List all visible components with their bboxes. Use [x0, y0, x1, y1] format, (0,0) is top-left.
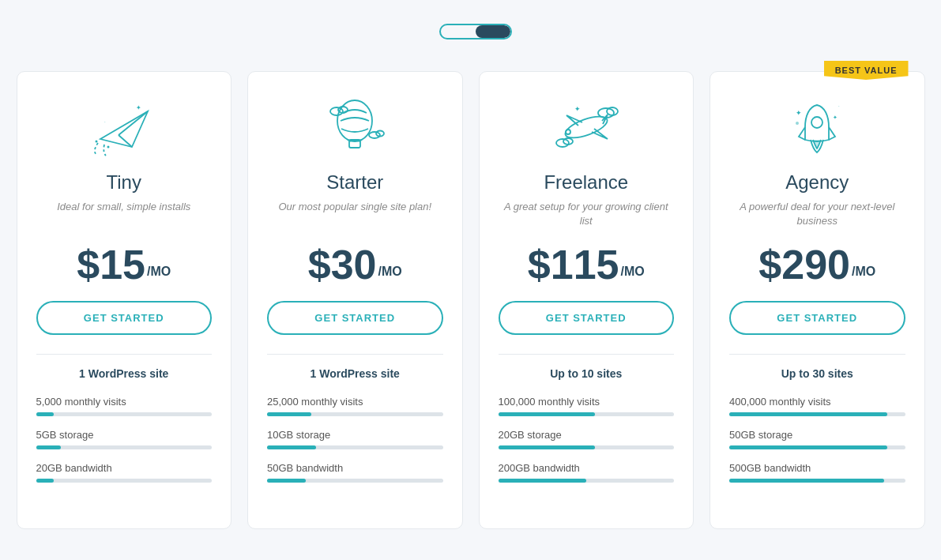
svg-point-20 — [556, 139, 569, 147]
plan-card-freelance: ✦ Freelance A great setup for your growi… — [479, 71, 694, 529]
svg-point-23 — [811, 117, 822, 128]
feature-row-starter-0: 25,000 monthly visits — [267, 396, 443, 416]
get-started-button-agency[interactable]: GET STARTED — [729, 301, 905, 335]
progress-bar-fill — [729, 412, 887, 416]
svg-point-19 — [607, 107, 618, 115]
price-amount-freelance: $115 — [528, 244, 619, 285]
feature-row-tiny-0: 5,000 monthly visits — [36, 396, 213, 416]
progress-bar-fill — [267, 479, 306, 483]
get-started-button-freelance[interactable]: GET STARTED — [499, 301, 675, 335]
sites-label-agency: Up to 30 sites — [781, 367, 853, 380]
progress-bar-bg — [36, 445, 213, 449]
feature-label: 100,000 monthly visits — [499, 396, 675, 408]
progress-bar-fill — [36, 412, 54, 416]
sites-label-freelance: Up to 10 sites — [550, 367, 622, 380]
divider-tiny — [36, 354, 213, 355]
progress-bar-bg — [729, 445, 905, 449]
feature-label: 20GB storage — [499, 429, 675, 441]
progress-bar-bg — [499, 445, 675, 449]
feature-label: 5GB storage — [36, 429, 213, 441]
feature-row-tiny-1: 5GB storage — [36, 429, 213, 449]
progress-bar-fill — [36, 445, 61, 449]
plan-price-tiny: $15 /MO — [77, 244, 171, 285]
plan-icon-agency: ✦ ✦ · — [781, 96, 853, 159]
feature-row-agency-2: 500GB bandwidth — [729, 462, 905, 483]
feature-label: 10GB storage — [267, 429, 443, 441]
svg-text:✦: ✦ — [833, 115, 837, 120]
svg-text:✦: ✦ — [136, 104, 141, 111]
progress-bar-bg — [729, 412, 905, 416]
billing-toggle-section — [430, 24, 512, 39]
progress-bar-bg — [36, 412, 213, 416]
progress-bar-fill — [36, 479, 54, 483]
plan-card-tiny: ✦ · Tiny Ideal for small, simple install… — [17, 71, 232, 529]
plan-name-freelance: Freelance — [544, 171, 628, 194]
feature-row-freelance-2: 200GB bandwidth — [499, 462, 675, 483]
feature-label: 5,000 monthly visits — [36, 396, 213, 408]
annually-button[interactable] — [441, 25, 476, 38]
progress-bar-bg — [36, 479, 213, 483]
divider-agency — [729, 354, 905, 355]
plan-card-starter: Starter Our most popular single site pla… — [247, 71, 463, 529]
feature-row-freelance-1: 20GB storage — [499, 429, 675, 449]
feature-label: 50GB bandwidth — [267, 462, 443, 474]
price-amount-starter: $30 — [308, 244, 377, 285]
price-amount-agency: $290 — [758, 244, 850, 285]
plan-name-starter: Starter — [326, 171, 383, 194]
best-value-badge: BEST VALUE — [824, 61, 909, 80]
monthly-button[interactable] — [476, 25, 510, 38]
plan-icon-freelance: ✦ — [551, 96, 622, 159]
plans-container: ✦ · Tiny Ideal for small, simple install… — [17, 71, 925, 529]
feature-label: 20GB bandwidth — [36, 462, 213, 474]
feature-row-agency-0: 400,000 monthly visits — [729, 396, 905, 416]
progress-bar-bg — [267, 479, 443, 483]
progress-bar-fill — [267, 412, 311, 416]
progress-bar-bg — [499, 412, 675, 416]
plan-tagline-freelance: A great setup for your growing client li… — [499, 200, 675, 228]
price-amount-tiny: $15 — [77, 244, 145, 285]
svg-text:·: · — [104, 119, 106, 124]
plan-price-starter: $30 /MO — [308, 244, 402, 285]
plan-price-agency: $290 /MO — [758, 244, 875, 285]
feature-label: 200GB bandwidth — [499, 462, 675, 474]
svg-text:✦: ✦ — [574, 105, 581, 113]
feature-label: 25,000 monthly visits — [267, 396, 443, 408]
price-period-tiny: /MO — [147, 265, 171, 279]
plan-tagline-agency: A powerful deal for your next-level busi… — [729, 200, 905, 228]
progress-bar-bg — [267, 412, 443, 416]
billing-toggle-group — [439, 24, 512, 39]
divider-freelance — [499, 354, 675, 355]
progress-bar-fill — [499, 412, 595, 416]
svg-point-14 — [369, 132, 380, 138]
plan-icon-starter — [319, 96, 390, 159]
get-started-button-tiny[interactable]: GET STARTED — [36, 301, 213, 335]
svg-text:·: · — [838, 103, 840, 108]
sites-label-starter: 1 WordPress site — [311, 367, 400, 380]
svg-line-2 — [119, 111, 148, 135]
plan-price-freelance: $115 /MO — [528, 244, 645, 285]
divider-starter — [267, 354, 443, 355]
progress-bar-fill — [267, 445, 316, 449]
feature-row-tiny-2: 20GB bandwidth — [36, 462, 213, 483]
feature-label: 400,000 monthly visits — [729, 396, 905, 408]
plan-name-agency: Agency — [785, 171, 849, 194]
get-started-button-starter[interactable]: GET STARTED — [267, 301, 443, 335]
progress-bar-bg — [729, 479, 905, 483]
svg-point-5 — [107, 146, 109, 148]
plan-icon-tiny: ✦ · — [88, 96, 160, 159]
progress-bar-bg — [267, 445, 443, 449]
feature-row-freelance-0: 100,000 monthly visits — [499, 396, 675, 416]
progress-bar-bg — [499, 479, 675, 483]
progress-bar-fill — [499, 479, 586, 483]
sites-label-tiny: 1 WordPress site — [79, 367, 168, 380]
price-period-agency: /MO — [852, 265, 875, 279]
feature-label: 50GB storage — [729, 429, 905, 441]
price-period-starter: /MO — [378, 265, 402, 279]
progress-bar-fill — [729, 445, 887, 449]
svg-point-6 — [95, 141, 97, 143]
plan-name-tiny: Tiny — [107, 171, 141, 194]
svg-text:✦: ✦ — [796, 109, 802, 117]
svg-point-12 — [330, 107, 343, 115]
progress-bar-fill — [729, 479, 884, 483]
price-period-freelance: /MO — [620, 265, 644, 279]
